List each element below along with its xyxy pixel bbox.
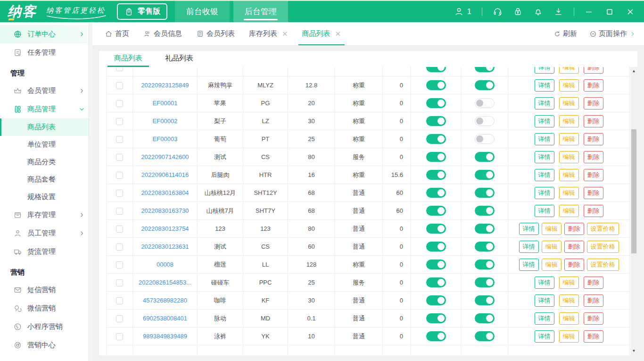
delete-button[interactable]: 删除 bbox=[584, 151, 603, 163]
product-code-link[interactable]: EF00002 bbox=[153, 118, 178, 125]
page-actions-button[interactable]: 页面操作 bbox=[589, 29, 636, 38]
minimize-icon[interactable] bbox=[585, 8, 593, 16]
row-checkbox[interactable] bbox=[116, 136, 123, 143]
detail-button[interactable]: 详情 bbox=[535, 205, 554, 217]
sidebar-scrollbar[interactable] bbox=[89, 23, 92, 361]
status-toggle[interactable] bbox=[426, 80, 446, 90]
sidebar-item-货流管理[interactable]: 货流管理 bbox=[0, 243, 92, 261]
sidebar-item-短信营销[interactable]: 短信营销 bbox=[0, 281, 92, 299]
detail-button[interactable]: 详情 bbox=[535, 312, 554, 325]
online-toggle[interactable] bbox=[475, 188, 495, 198]
online-toggle[interactable] bbox=[475, 67, 495, 72]
sidebar-item-小程序营销[interactable]: 小程序营销 bbox=[0, 318, 92, 336]
row-checkbox[interactable] bbox=[116, 279, 123, 286]
online-toggle[interactable] bbox=[475, 242, 495, 252]
edit-button[interactable]: 编辑 bbox=[559, 277, 579, 289]
detail-button[interactable]: 详情 bbox=[519, 241, 539, 253]
status-toggle[interactable] bbox=[426, 67, 446, 72]
sidebar-subitem-规格设置[interactable]: 规格设置 bbox=[0, 188, 92, 206]
online-toggle[interactable] bbox=[475, 313, 495, 323]
detail-button[interactable]: 详情 bbox=[519, 223, 539, 235]
row-checkbox[interactable] bbox=[116, 154, 123, 161]
tab-close-icon[interactable]: ✕ bbox=[335, 30, 341, 38]
edit-button[interactable]: 编辑 bbox=[559, 205, 579, 217]
delete-button[interactable]: 删除 bbox=[564, 241, 584, 253]
edit-button[interactable]: 编辑 bbox=[559, 151, 579, 163]
delete-button[interactable]: 删除 bbox=[564, 223, 584, 235]
product-code-link[interactable]: 20220830123631 bbox=[141, 243, 189, 250]
page-tab-首页[interactable]: 首页 bbox=[99, 22, 135, 45]
delete-button[interactable]: 删除 bbox=[584, 97, 603, 109]
delete-button[interactable]: 删除 bbox=[584, 330, 603, 343]
set-price-button[interactable]: 设置价格 bbox=[587, 259, 619, 271]
delete-button[interactable]: 删除 bbox=[584, 133, 603, 145]
online-toggle[interactable] bbox=[475, 277, 495, 287]
detail-button[interactable]: 详情 bbox=[535, 115, 554, 127]
status-toggle[interactable] bbox=[426, 242, 446, 252]
delete-button[interactable]: 删除 bbox=[584, 187, 603, 199]
set-price-button[interactable]: 设置价格 bbox=[587, 241, 619, 253]
status-toggle[interactable] bbox=[426, 206, 446, 216]
delete-button[interactable]: 删除 bbox=[584, 79, 603, 92]
online-toggle[interactable] bbox=[475, 116, 495, 126]
row-checkbox[interactable] bbox=[116, 190, 123, 197]
product-code-link[interactable]: 00008 bbox=[157, 261, 173, 268]
online-toggle[interactable] bbox=[475, 295, 495, 305]
row-checkbox[interactable] bbox=[116, 243, 123, 251]
detail-button[interactable]: 详情 bbox=[535, 169, 554, 181]
product-code-link[interactable]: 20220830163730 bbox=[141, 207, 189, 214]
row-checkbox[interactable] bbox=[116, 297, 123, 304]
sidebar-item-商品管理[interactable]: 商品管理 bbox=[0, 100, 92, 118]
row-checkbox[interactable] bbox=[116, 82, 123, 89]
detail-button[interactable]: 详情 bbox=[535, 151, 554, 163]
online-toggle[interactable] bbox=[475, 134, 495, 144]
row-checkbox[interactable] bbox=[116, 118, 123, 125]
tab-product-list[interactable]: 商品列表 bbox=[107, 54, 149, 67]
sidebar-item-员工管理[interactable]: 员工管理 bbox=[0, 224, 92, 243]
online-toggle[interactable] bbox=[475, 224, 495, 234]
row-checkbox[interactable] bbox=[116, 208, 123, 215]
maximize-icon[interactable] bbox=[605, 8, 614, 16]
product-code-link[interactable]: 20220826154853... bbox=[139, 279, 191, 286]
scrollbar-thumb[interactable] bbox=[631, 129, 636, 253]
online-toggle[interactable] bbox=[475, 260, 495, 269]
detail-button[interactable]: 详情 bbox=[535, 187, 554, 199]
edit-button[interactable]: 编辑 bbox=[542, 241, 561, 253]
edit-button[interactable]: 编辑 bbox=[559, 133, 579, 145]
detail-button[interactable]: 详情 bbox=[535, 330, 554, 343]
row-checkbox[interactable] bbox=[116, 261, 123, 269]
delete-button[interactable]: 删除 bbox=[584, 312, 603, 325]
status-toggle[interactable] bbox=[426, 224, 446, 234]
edit-button[interactable]: 编辑 bbox=[559, 67, 579, 74]
delete-button[interactable]: 删除 bbox=[584, 294, 603, 307]
lock-icon[interactable] bbox=[513, 7, 523, 17]
user-indicator[interactable]: 1 bbox=[454, 7, 471, 17]
delete-button[interactable]: 删除 bbox=[584, 277, 603, 289]
tab-gift-list[interactable]: 礼品列表 bbox=[158, 54, 200, 67]
status-toggle[interactable] bbox=[426, 277, 446, 287]
bell-icon[interactable] bbox=[533, 7, 543, 17]
page-tab-库存列表[interactable]: 库存列表 ✕ bbox=[243, 22, 294, 45]
row-checkbox[interactable] bbox=[116, 67, 123, 71]
status-toggle[interactable] bbox=[426, 116, 446, 126]
product-code-link[interactable]: 9893849839489 bbox=[143, 333, 187, 340]
online-toggle[interactable] bbox=[475, 152, 495, 162]
sidebar-item-营销中心[interactable]: 营销中心 bbox=[0, 336, 92, 354]
download-icon[interactable] bbox=[553, 7, 563, 17]
detail-button[interactable]: 详情 bbox=[535, 79, 554, 92]
detail-button[interactable]: 详情 bbox=[535, 67, 554, 74]
detail-button[interactable]: 详情 bbox=[535, 97, 554, 109]
online-toggle[interactable] bbox=[475, 331, 495, 341]
refresh-button[interactable]: 刷新 bbox=[553, 29, 577, 38]
status-toggle[interactable] bbox=[426, 152, 446, 162]
page-tab-会员信息[interactable]: 会员信息 bbox=[138, 22, 188, 45]
online-toggle[interactable] bbox=[475, 80, 495, 90]
status-toggle[interactable] bbox=[426, 188, 446, 198]
detail-button[interactable]: 详情 bbox=[535, 133, 554, 145]
status-toggle[interactable] bbox=[426, 331, 446, 341]
detail-button[interactable]: 详情 bbox=[519, 259, 539, 271]
row-checkbox[interactable] bbox=[116, 333, 123, 340]
delete-button[interactable]: 删除 bbox=[584, 169, 603, 181]
edit-button[interactable]: 编辑 bbox=[542, 223, 561, 235]
edit-button[interactable]: 编辑 bbox=[559, 294, 579, 307]
